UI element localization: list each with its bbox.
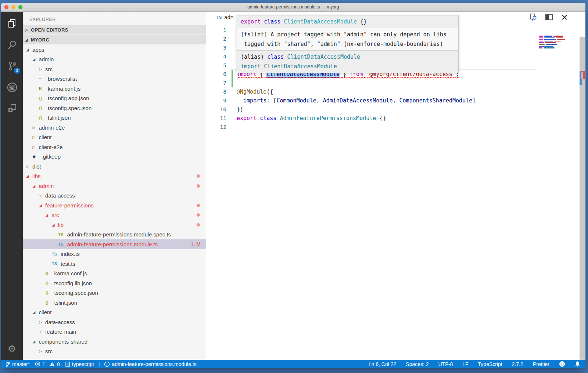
tree-item-feature-main[interactable]: ▷feature-main <box>23 327 206 337</box>
formatter-status[interactable]: Prettier <box>533 361 549 367</box>
tree-item-label: tsconfig.lib.json <box>54 280 92 286</box>
alert-circle-icon <box>104 361 110 367</box>
search-icon[interactable] <box>6 38 19 51</box>
tree-item-tslint-json[interactable]: {}tslint.json <box>23 298 206 308</box>
tree-item-admin-e2e[interactable]: ▷admin-e2e <box>23 123 206 133</box>
line-number: 4 <box>206 52 226 61</box>
language-mode[interactable]: TypeScript <box>478 361 502 367</box>
tree-item-label: karma.conf.js <box>48 86 80 92</box>
folder-expanded-icon: ◢ <box>52 223 58 227</box>
find-in-file-icon[interactable] <box>530 13 538 21</box>
folder-expanded-icon: ◢ <box>33 57 39 61</box>
tree-item-label: browserslist <box>48 76 77 82</box>
source-control-icon[interactable]: 3 <box>6 59 19 73</box>
tree-item--gitkeep[interactable]: ◆.gitkeep <box>23 152 206 162</box>
indentation-setting[interactable]: Spaces: 2 <box>406 361 429 367</box>
tree-item-admin-feature-permissions-module-ts[interactable]: TSadmin-feature-permissions.module.ts1, … <box>23 239 206 249</box>
notifications-bell-icon[interactable] <box>575 361 580 367</box>
folder-expanded-icon: ◢ <box>33 310 39 314</box>
line-number: 12 <box>206 123 226 131</box>
tree-item-client-e2e[interactable]: ▷client-e2e <box>23 142 206 152</box>
code-line-8[interactable]: 8@NgModule({ <box>206 87 585 96</box>
tab-active-file[interactable]: TS adm <box>206 12 233 23</box>
tree-item-data-access[interactable]: ▷data-access <box>23 317 206 327</box>
tree-item-lib[interactable]: ◢lib <box>23 220 206 230</box>
tree-item-libs[interactable]: ◢libs <box>23 171 206 181</box>
split-editor-icon[interactable] <box>545 13 553 21</box>
ts-file-icon: TS <box>58 242 67 246</box>
tree-item-src[interactable]: ◢src <box>23 210 206 220</box>
settings-gear-icon[interactable]: ⚙ <box>1 343 23 355</box>
line-content <box>226 123 585 131</box>
file-problems-indicator[interactable]: admin-feature-permissions.module.ts <box>104 361 196 367</box>
tree-item-karma-conf-js[interactable]: Kkarma.conf.js <box>23 269 206 279</box>
tree-item-admin[interactable]: ◢admin <box>23 55 206 65</box>
problems-indicator[interactable]: 1 0 <box>35 361 60 367</box>
code-line-7[interactable]: 7 <box>206 79 585 87</box>
close-editor-icon[interactable] <box>560 13 569 21</box>
tree-item-label: admin-feature-permissions.module.spec.ts <box>67 231 171 238</box>
typescript-version[interactable]: 2.7.2 <box>512 361 523 367</box>
tree-item-label: feature-permissions <box>45 202 94 209</box>
overview-ruler[interactable] <box>580 37 585 360</box>
tree-item-tsconfig-lib-json[interactable]: {}tsconfig.lib.json <box>23 278 206 288</box>
folder-collapsed-icon: ▷ <box>33 126 39 130</box>
open-editors-header[interactable]: ▷ OPEN EDITORS <box>23 25 206 35</box>
chevron-collapsed-icon: ▷ <box>25 28 31 32</box>
extensions-icon[interactable] <box>6 102 19 115</box>
tree-item-data-access[interactable]: ▷data-access <box>23 191 206 201</box>
tree-item-components-shared[interactable]: ◢components-shared <box>23 337 206 347</box>
linter-doc-icon <box>65 361 70 367</box>
folder-expanded-icon: ◢ <box>26 48 32 52</box>
feedback-smiley-icon[interactable] <box>559 361 565 367</box>
tree-item-client[interactable]: ▷client <box>23 133 206 142</box>
folder-expanded-icon: ◢ <box>33 184 39 188</box>
tree-item-feature-permissions[interactable]: ◢feature-permissions <box>23 200 206 210</box>
line-content <box>226 79 585 87</box>
root-folder-header[interactable]: ◢ MYORG <box>23 35 206 44</box>
tree-item-apps[interactable]: ◢apps <box>23 45 206 55</box>
json-file-icon: {} <box>46 281 54 285</box>
tree-item-tsconfig-spec-json[interactable]: {}tsconfig.spec.json <box>23 288 206 298</box>
eol-setting[interactable]: LF <box>462 361 468 367</box>
tree-item-label: karma.conf.js <box>54 270 87 276</box>
git-branch-indicator[interactable]: master* <box>6 361 30 367</box>
tree-item-index-ts[interactable]: TSindex.ts <box>23 249 206 259</box>
line-content: imports: [CommonModule, AdminDataAccessM… <box>226 96 585 105</box>
tree-item-label: tslint.json <box>48 115 71 121</box>
debug-icon[interactable] <box>6 81 19 94</box>
tree-item-src[interactable]: ▷src <box>23 64 206 74</box>
code-line-10[interactable]: 10}) <box>206 105 585 114</box>
tree-item-label: test.ts <box>61 261 75 267</box>
encoding-setting[interactable]: UTF-8 <box>438 361 453 367</box>
code-editor[interactable]: 123 ;4 ';56import { ClientDataAccessModu… <box>206 23 585 360</box>
folder-collapsed-icon: ▷ <box>33 135 39 139</box>
code-line-9[interactable]: 9 imports: [CommonModule, AdminDataAcces… <box>206 96 585 105</box>
tooltip-type-signature: export class ClientDataAccessModule {} <box>237 15 458 28</box>
activity-bar: 3 ⚙ <box>1 12 23 360</box>
cursor-position[interactable]: Ln 6, Col 22 <box>369 361 397 367</box>
tree-item-tsconfig-app-json[interactable]: {}tsconfig.app.json <box>23 94 206 104</box>
code-line-11[interactable]: 11export class AdminFeaturePermissionsMo… <box>206 114 585 123</box>
tslint-status[interactable]: typescript <box>65 361 94 367</box>
tree-item-src[interactable]: ▷src <box>23 347 206 356</box>
tree-item-admin[interactable]: ◢admin <box>23 181 206 191</box>
tree-item-browserslist[interactable]: ≡browserslist <box>23 74 206 84</box>
explorer-icon[interactable] <box>6 17 19 30</box>
tree-item-karma-conf-js[interactable]: Kkarma.conf.js <box>23 84 206 94</box>
tree-item-tslint-json[interactable]: {}tslint.json <box>23 113 206 123</box>
folder-collapsed-icon: ▷ <box>33 145 39 149</box>
ts-file-icon: TS <box>52 261 61 266</box>
tree-item-dist[interactable]: ▷dist <box>23 162 206 171</box>
scm-badge: 3 <box>14 68 20 74</box>
ts-file-icon: TS <box>52 252 61 256</box>
tree-item-client[interactable]: ◢client <box>23 308 206 318</box>
tree-item-test-ts[interactable]: TStest.ts <box>23 259 206 269</box>
json-file-icon: {} <box>39 116 48 120</box>
code-line-12[interactable]: 12 <box>206 123 585 131</box>
tree-item-admin-feature-permissions-module-spec-ts[interactable]: TSadmin-feature-permissions.module.spec.… <box>23 230 206 240</box>
typescript-file-icon: TS <box>216 15 222 19</box>
minimap[interactable] <box>539 36 565 49</box>
tree-item-tsconfig-spec-json[interactable]: {}tsconfig.spec.json <box>23 103 206 113</box>
folder-collapsed-icon: ▷ <box>39 330 45 334</box>
